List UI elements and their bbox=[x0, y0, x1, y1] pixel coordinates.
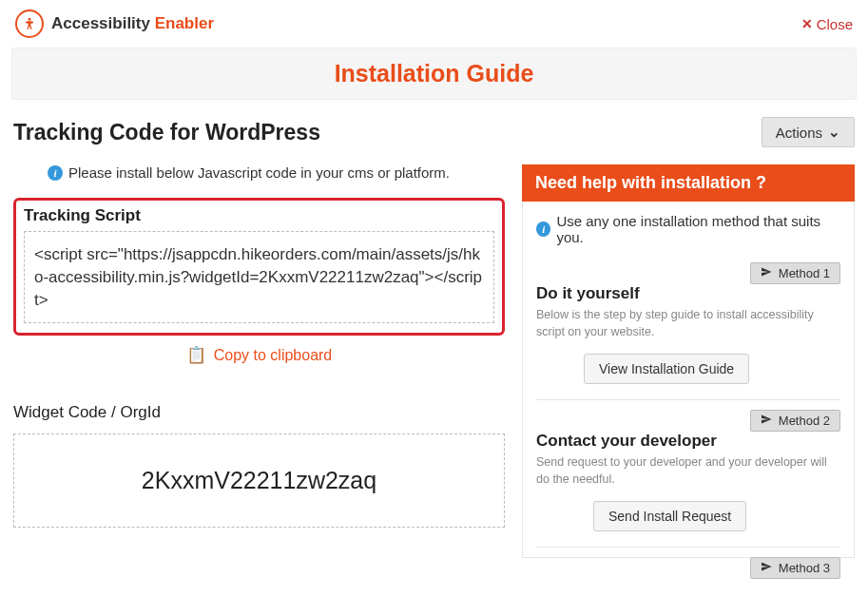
install-hint-text: Please install below Javascript code in … bbox=[68, 164, 450, 181]
tracking-script-panel: Tracking Script <script src="https://jsa… bbox=[13, 198, 505, 336]
close-icon: ✕ bbox=[801, 16, 813, 31]
paper-plane-icon bbox=[761, 561, 772, 575]
help-panel: Need help with installation ? i Use any … bbox=[522, 164, 855, 579]
method-2-badge: Method 2 bbox=[750, 410, 840, 432]
widget-code-label: Widget Code / OrgId bbox=[13, 403, 505, 422]
clipboard-icon: 📋 bbox=[186, 345, 206, 365]
help-heading: Need help with installation ? bbox=[522, 164, 855, 202]
install-hint: i Please install below Javascript code i… bbox=[48, 164, 505, 181]
method-1-desc: Below is the step by step guide to insta… bbox=[536, 307, 840, 340]
accessibility-icon bbox=[15, 10, 44, 38]
copy-to-clipboard-button[interactable]: 📋 Copy to clipboard bbox=[186, 345, 333, 365]
method-2-desc: Send request to your developer and your … bbox=[536, 454, 840, 488]
help-body: i Use any one installation method that s… bbox=[522, 202, 855, 558]
tracking-script-code[interactable]: <script src="https://jsappcdn.hikeorders… bbox=[24, 231, 494, 323]
method-1-title: Do it yourself bbox=[536, 284, 840, 303]
method-3-badge: Method 3 bbox=[750, 557, 840, 579]
help-intro-text: Use any one installation method that sui… bbox=[556, 213, 840, 245]
method-1-badge: Method 1 bbox=[750, 262, 840, 284]
left-column: i Please install below Javascript code i… bbox=[13, 164, 505, 579]
chevron-down-icon: ⌄ bbox=[828, 124, 840, 141]
help-intro: i Use any one installation method that s… bbox=[536, 213, 840, 245]
actions-label: Actions bbox=[776, 125, 822, 141]
close-button[interactable]: ✕ Close bbox=[801, 16, 853, 32]
info-icon: i bbox=[536, 221, 550, 237]
main-content: i Please install below Javascript code i… bbox=[0, 157, 868, 579]
section-header: Tracking Code for WordPress Actions ⌄ bbox=[0, 100, 868, 157]
section-heading: Tracking Code for WordPress bbox=[13, 120, 320, 145]
brand-logo: Accessibility Enabler bbox=[15, 10, 214, 38]
brand-name: Accessibility Enabler bbox=[51, 14, 214, 33]
paper-plane-icon bbox=[761, 266, 772, 280]
method-2-section: Method 2 Contact your developer Send req… bbox=[536, 410, 840, 548]
close-label: Close bbox=[817, 16, 853, 32]
page-title-bar: Installation Guide bbox=[11, 48, 857, 100]
method-2-title: Contact your developer bbox=[536, 432, 840, 451]
method-1-section: Method 1 Do it yourself Below is the ste… bbox=[536, 262, 840, 400]
tracking-script-title: Tracking Script bbox=[24, 206, 494, 225]
info-icon: i bbox=[48, 165, 63, 181]
page-title: Installation Guide bbox=[24, 60, 844, 87]
copy-label: Copy to clipboard bbox=[214, 347, 333, 364]
widget-code-value[interactable]: 2KxxmV22211zw2zaq bbox=[13, 433, 505, 528]
svg-point-0 bbox=[29, 18, 31, 21]
app-header: Accessibility Enabler ✕ Close bbox=[0, 0, 868, 48]
send-install-request-button[interactable]: Send Install Request bbox=[593, 501, 746, 531]
actions-dropdown[interactable]: Actions ⌄ bbox=[762, 117, 855, 147]
view-installation-guide-button[interactable]: View Installation Guide bbox=[584, 354, 749, 384]
paper-plane-icon bbox=[761, 414, 772, 428]
